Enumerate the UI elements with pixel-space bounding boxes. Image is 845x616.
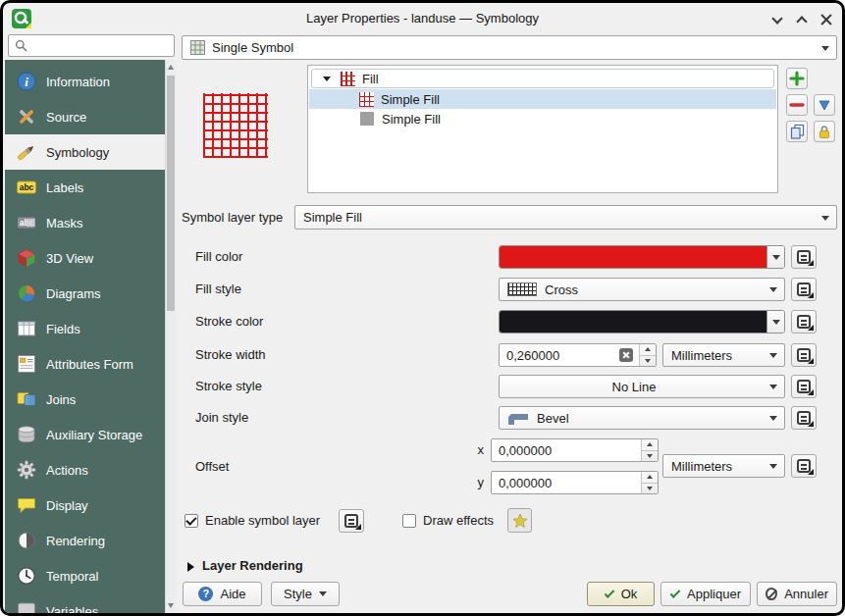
offset-unit-combo[interactable]: Millimeters: [662, 454, 785, 478]
spin-down-button[interactable]: [640, 356, 656, 367]
offset-x-label: x: [472, 442, 484, 458]
sidebar-item-label: Joins: [46, 392, 76, 407]
layer-rendering-section-header[interactable]: Layer Rendering: [202, 558, 303, 574]
style-button[interactable]: Style: [271, 582, 340, 606]
search-box[interactable]: [8, 34, 175, 57]
search-input[interactable]: [32, 38, 168, 54]
duplicate-symbol-layer-button[interactable]: [786, 121, 808, 142]
scrollbar-thumb[interactable]: [167, 76, 175, 311]
join-style-override-button[interactable]: [791, 406, 817, 430]
spin-up-button[interactable]: [640, 344, 656, 356]
help-button[interactable]: ? Aide: [183, 582, 262, 606]
spin-up-button[interactable]: [642, 472, 658, 484]
renderer-combo[interactable]: Single Symbol: [182, 35, 837, 60]
stroke-width-unit-combo[interactable]: Millimeters: [662, 343, 785, 367]
menu-corner-icon: [808, 325, 814, 331]
ok-button[interactable]: Ok: [587, 582, 655, 606]
minimize-button[interactable]: [769, 12, 785, 27]
chevron-down-icon[interactable]: [766, 311, 784, 333]
menu-corner-icon: [808, 389, 814, 395]
tree-row-fill[interactable]: Fill: [311, 69, 774, 88]
sidebar-item-rendering[interactable]: Rendering: [5, 523, 165, 558]
sidebar-item-3d-view[interactable]: 3D View: [5, 240, 165, 276]
cancel-button[interactable]: Annuler: [757, 582, 837, 606]
draw-effects-label[interactable]: Draw effects: [423, 513, 494, 529]
spinner-arrows[interactable]: [641, 472, 658, 493]
fill-color-button[interactable]: [499, 245, 785, 269]
symbology-icon: [16, 141, 37, 163]
scroll-down-icon[interactable]: [168, 603, 174, 608]
sidebar-item-label: Display: [46, 498, 88, 513]
remove-symbol-layer-button[interactable]: [786, 94, 808, 116]
stroke-style-override-button[interactable]: [791, 375, 817, 398]
offset-override-button[interactable]: [791, 454, 817, 478]
tree-row-label: Fill: [362, 72, 379, 86]
join-style-value: Bevel: [537, 411, 569, 426]
fill-style-override-button[interactable]: [791, 278, 817, 301]
add-symbol-layer-button[interactable]: [786, 68, 808, 89]
scroll-up-icon[interactable]: [168, 65, 174, 70]
spinner-arrows[interactable]: [641, 439, 658, 461]
move-down-button[interactable]: [814, 94, 835, 116]
enable-symbol-layer-override-button[interactable]: [339, 509, 364, 533]
apply-button[interactable]: Appliquer: [660, 582, 751, 606]
sidebar-item-source[interactable]: Source: [5, 99, 165, 134]
sidebar-item-label: Fields: [46, 322, 80, 336]
chevron-down-icon: [769, 353, 777, 358]
enable-symbol-layer-checkbox[interactable]: [185, 514, 198, 528]
expand-arrow-icon[interactable]: [187, 562, 194, 572]
spin-down-button[interactable]: [642, 484, 658, 494]
clear-value-icon[interactable]: [619, 348, 633, 362]
sidebar-item-information[interactable]: i Information: [5, 64, 165, 99]
tree-row-simple-fill-1[interactable]: Simple Fill: [309, 89, 776, 109]
sidebar-scrollbar[interactable]: [165, 60, 176, 613]
stroke-width-override-button[interactable]: [791, 343, 817, 367]
simple-fill-symbol-icon: [359, 92, 374, 107]
menu-corner-icon: [808, 260, 814, 266]
enable-symbol-layer-label[interactable]: Enable symbol layer: [205, 513, 320, 529]
tree-row-simple-fill-2[interactable]: Simple Fill: [309, 109, 776, 128]
spin-down-button[interactable]: [642, 451, 658, 462]
offset-unit-value: Millimeters: [671, 459, 732, 474]
menu-corner-icon: [808, 292, 814, 298]
sidebar-item-fields[interactable]: Fields: [5, 311, 165, 346]
offset-x-spinbox[interactable]: 0,000000: [491, 438, 659, 462]
chevron-down-icon[interactable]: [766, 246, 784, 268]
spin-up-button[interactable]: [642, 439, 658, 451]
symbol-layer-type-combo[interactable]: Simple Fill: [294, 205, 837, 230]
offset-y-spinbox[interactable]: 0,000000: [491, 471, 659, 494]
sidebar-item-masks[interactable]: abc Masks: [5, 205, 165, 240]
lock-color-button[interactable]: [814, 121, 835, 142]
sidebar-item-temporal[interactable]: Temporal: [5, 558, 165, 593]
sidebar-item-attributes-form[interactable]: Attributes Form: [5, 346, 165, 382]
draw-effects-checkbox[interactable]: [402, 514, 416, 528]
customize-effects-button[interactable]: [507, 508, 532, 533]
sidebar-item-labels[interactable]: abc Labels: [5, 170, 165, 205]
close-button[interactable]: [819, 12, 834, 27]
sidebar-item-auxiliary-storage[interactable]: Auxiliary Storage: [5, 417, 165, 452]
stroke-color-button[interactable]: [499, 310, 785, 334]
3d-view-icon: [16, 247, 37, 269]
stroke-style-combo[interactable]: No Line: [499, 375, 785, 398]
sidebar-item-label: Information: [46, 75, 110, 89]
source-icon: [16, 106, 37, 128]
sidebar-item-actions[interactable]: Actions: [5, 452, 165, 488]
fill-style-combo[interactable]: Cross: [499, 278, 785, 301]
stroke-color-override-button[interactable]: [791, 310, 817, 334]
sidebar-item-diagrams[interactable]: Diagrams: [5, 276, 165, 311]
sidebar-item-variables[interactable]: Variables: [5, 593, 165, 613]
maximize-button[interactable]: [794, 12, 810, 27]
expander-icon[interactable]: [323, 77, 331, 81]
chevron-down-icon: [769, 287, 777, 292]
chevron-down-icon: [771, 13, 782, 24]
sidebar-item-joins[interactable]: Joins: [5, 382, 165, 417]
sidebar-item-symbology[interactable]: Symbology: [5, 134, 165, 170]
titlebar[interactable]: Layer Properties - landuse — Symbology: [3, 3, 842, 34]
join-style-combo[interactable]: Bevel: [499, 406, 785, 430]
spinner-arrows[interactable]: [639, 344, 656, 366]
symbol-layer-tree: Fill Simple Fill Simple Fill: [307, 65, 778, 193]
sidebar-item-display[interactable]: Display: [5, 488, 165, 523]
fill-color-override-button[interactable]: [791, 245, 817, 269]
stroke-width-spinbox[interactable]: 0,260000: [499, 343, 657, 367]
variables-icon: [16, 600, 37, 613]
